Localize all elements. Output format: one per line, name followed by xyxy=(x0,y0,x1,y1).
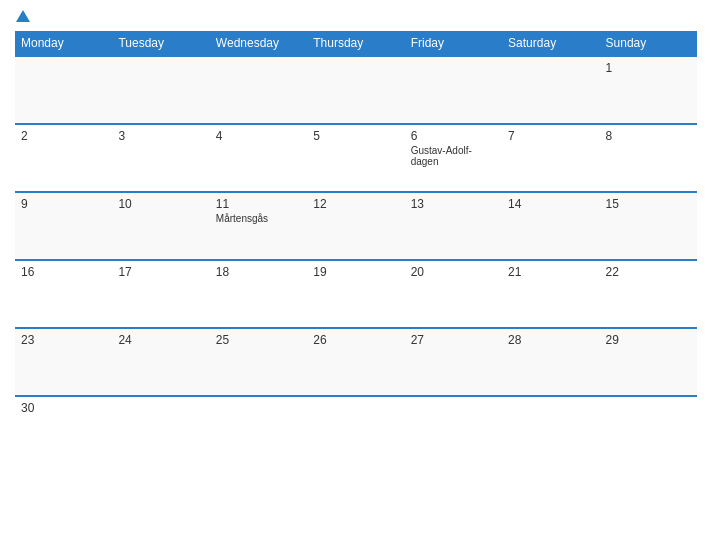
weekday-header-tuesday: Tuesday xyxy=(112,31,209,56)
calendar-cell: 19 xyxy=(307,260,404,328)
day-number: 10 xyxy=(118,197,203,211)
day-number: 25 xyxy=(216,333,301,347)
calendar-cell xyxy=(405,56,502,124)
day-number: 13 xyxy=(411,197,496,211)
calendar-cell xyxy=(112,56,209,124)
calendar-cell xyxy=(405,396,502,456)
day-number: 14 xyxy=(508,197,593,211)
calendar-cell: 23 xyxy=(15,328,112,396)
calendar-cell: 10 xyxy=(112,192,209,260)
calendar-cell: 14 xyxy=(502,192,599,260)
week-row-5: 23242526272829 xyxy=(15,328,697,396)
calendar-cell xyxy=(210,56,307,124)
calendar-cell: 4 xyxy=(210,124,307,192)
logo xyxy=(15,10,30,23)
calendar-grid: MondayTuesdayWednesdayThursdayFridaySatu… xyxy=(15,31,697,456)
calendar-cell: 28 xyxy=(502,328,599,396)
calendar-cell: 21 xyxy=(502,260,599,328)
calendar-cell: 25 xyxy=(210,328,307,396)
weekday-header-row: MondayTuesdayWednesdayThursdayFridaySatu… xyxy=(15,31,697,56)
logo-triangle-icon xyxy=(16,10,30,22)
calendar-container: MondayTuesdayWednesdayThursdayFridaySatu… xyxy=(0,0,712,550)
calendar-cell: 30 xyxy=(15,396,112,456)
calendar-cell: 1 xyxy=(600,56,697,124)
weekday-header-thursday: Thursday xyxy=(307,31,404,56)
calendar-cell: 29 xyxy=(600,328,697,396)
calendar-cell: 17 xyxy=(112,260,209,328)
day-number: 6 xyxy=(411,129,496,143)
day-number: 24 xyxy=(118,333,203,347)
day-number: 11 xyxy=(216,197,301,211)
calendar-cell xyxy=(112,396,209,456)
calendar-cell xyxy=(502,396,599,456)
calendar-cell xyxy=(502,56,599,124)
day-number: 8 xyxy=(606,129,691,143)
day-number: 18 xyxy=(216,265,301,279)
day-event: Gustav-Adolf-dagen xyxy=(411,145,496,167)
calendar-cell: 5 xyxy=(307,124,404,192)
week-row-2: 23456Gustav-Adolf-dagen78 xyxy=(15,124,697,192)
calendar-cell: 22 xyxy=(600,260,697,328)
weekday-header-friday: Friday xyxy=(405,31,502,56)
day-number: 12 xyxy=(313,197,398,211)
week-row-1: 1 xyxy=(15,56,697,124)
day-number: 17 xyxy=(118,265,203,279)
calendar-cell xyxy=(600,396,697,456)
day-number: 20 xyxy=(411,265,496,279)
calendar-header xyxy=(15,10,697,23)
calendar-cell: 9 xyxy=(15,192,112,260)
calendar-cell: 7 xyxy=(502,124,599,192)
weekday-header-saturday: Saturday xyxy=(502,31,599,56)
day-number: 27 xyxy=(411,333,496,347)
weekday-header-sunday: Sunday xyxy=(600,31,697,56)
weekday-header-wednesday: Wednesday xyxy=(210,31,307,56)
calendar-cell xyxy=(210,396,307,456)
day-number: 16 xyxy=(21,265,106,279)
calendar-cell: 13 xyxy=(405,192,502,260)
calendar-cell: 6Gustav-Adolf-dagen xyxy=(405,124,502,192)
calendar-cell xyxy=(15,56,112,124)
day-number: 5 xyxy=(313,129,398,143)
day-number: 23 xyxy=(21,333,106,347)
calendar-cell: 24 xyxy=(112,328,209,396)
day-number: 15 xyxy=(606,197,691,211)
day-number: 21 xyxy=(508,265,593,279)
day-number: 29 xyxy=(606,333,691,347)
day-number: 1 xyxy=(606,61,691,75)
week-row-3: 91011Mårtensgås12131415 xyxy=(15,192,697,260)
day-number: 2 xyxy=(21,129,106,143)
day-number: 28 xyxy=(508,333,593,347)
day-number: 9 xyxy=(21,197,106,211)
day-number: 30 xyxy=(21,401,106,415)
calendar-cell xyxy=(307,56,404,124)
day-number: 3 xyxy=(118,129,203,143)
calendar-cell xyxy=(307,396,404,456)
weekday-header-monday: Monday xyxy=(15,31,112,56)
calendar-cell: 20 xyxy=(405,260,502,328)
calendar-cell: 16 xyxy=(15,260,112,328)
calendar-cell: 11Mårtensgås xyxy=(210,192,307,260)
calendar-cell: 12 xyxy=(307,192,404,260)
day-number: 26 xyxy=(313,333,398,347)
day-number: 7 xyxy=(508,129,593,143)
calendar-cell: 2 xyxy=(15,124,112,192)
week-row-6: 30 xyxy=(15,396,697,456)
calendar-cell: 3 xyxy=(112,124,209,192)
calendar-cell: 27 xyxy=(405,328,502,396)
calendar-cell: 26 xyxy=(307,328,404,396)
week-row-4: 16171819202122 xyxy=(15,260,697,328)
calendar-cell: 8 xyxy=(600,124,697,192)
calendar-cell: 15 xyxy=(600,192,697,260)
day-number: 4 xyxy=(216,129,301,143)
day-number: 19 xyxy=(313,265,398,279)
calendar-cell: 18 xyxy=(210,260,307,328)
day-number: 22 xyxy=(606,265,691,279)
day-event: Mårtensgås xyxy=(216,213,301,224)
